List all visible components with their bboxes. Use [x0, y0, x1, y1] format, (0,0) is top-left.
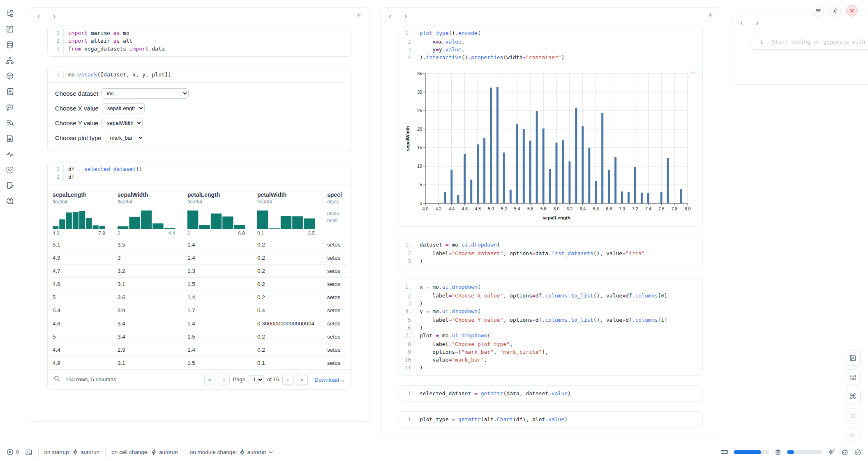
control-dropdown[interactable]: sepalLength	[102, 103, 145, 113]
add-cell-button[interactable]: +	[708, 11, 713, 20]
table-row[interactable]: 4.63.41.40.30000000000000004setos	[50, 317, 349, 330]
fold-chevron-icon[interactable]: ⌄	[409, 32, 411, 36]
errors-indicator[interactable]: 0	[7, 449, 19, 456]
fold-chevron-icon[interactable]: ⌄	[409, 334, 411, 338]
on-startup-setting[interactable]: on startup: autorun	[44, 449, 100, 455]
control-dropdown[interactable]: mark_bar	[105, 133, 144, 143]
table-row[interactable]: 5.43.91.70.4setos	[50, 304, 349, 317]
command-palette-button[interactable]: ⌘	[845, 389, 861, 404]
control-dropdown[interactable]: sepalWidth	[102, 118, 143, 128]
table-cell: 2.9	[115, 343, 185, 356]
search-icon[interactable]	[53, 375, 60, 384]
function-icon[interactable]	[5, 25, 14, 34]
code-editor[interactable]: 1plot_type = getattr(alt.Chart(df), plot…	[399, 412, 702, 427]
layout-panels-button[interactable]	[845, 369, 861, 385]
cell-dataset-dropdown[interactable]: 1⌄dataset = mo.ui.dropdown(2 label="Choo…	[399, 237, 703, 269]
svg-text:35: 35	[417, 71, 422, 76]
code-editor[interactable]: 1selected_dataset = getattr(data, datase…	[399, 386, 702, 401]
code-editor[interactable]: 1df = selected_dataset()2df	[48, 161, 351, 184]
table-column-header[interactable]: petalLengthfloat6416.9	[185, 187, 255, 238]
script-icon[interactable]	[5, 87, 14, 96]
column-expand-right-icon[interactable]: ›	[53, 12, 55, 21]
database-icon[interactable]	[5, 40, 14, 49]
svg-text:0: 0	[420, 201, 422, 206]
cell-plot-type[interactable]: 1plot_type = getattr(alt.Chart(df), plot…	[399, 411, 703, 427]
chart-options-button[interactable]: ⋯	[688, 69, 698, 77]
cell-dataframe[interactable]: 1df = selected_dataset()2df sepalLengthf…	[47, 161, 351, 390]
scratchpad-icon[interactable]	[5, 181, 14, 190]
column-expand-right-icon[interactable]: ›	[756, 18, 758, 27]
table-row[interactable]: 4.42.91.40.2setos	[50, 343, 349, 356]
table-row[interactable]: 4.93.11.50.1setos	[50, 356, 349, 369]
cell-vstack[interactable]: 1mo.vstack([dataset, x, y, plot]) Choose…	[47, 67, 351, 151]
generate-ai-link[interactable]: generate	[823, 39, 849, 45]
cell-imports[interactable]: 1import marimo as mo2import altair as al…	[47, 25, 351, 57]
column-collapse-left-icon[interactable]: ‹	[37, 12, 40, 21]
table-column-header[interactable]: sepalWidthfloat6424.4	[115, 187, 185, 238]
code-editor[interactable]: 1⌄dataset = mo.ui.dropdown(2 label="Choo…	[399, 237, 702, 269]
code-editor[interactable]: 1⌄x = mo.ui.dropdown(2 label="Choose X v…	[399, 279, 702, 375]
code-editor[interactable]: 1import marimo as mo2import altair as al…	[48, 25, 351, 56]
table-cell: 3.1	[115, 278, 185, 290]
code-editor[interactable]: 1⌄plot_type().encode(2 x=x.value,3 y=y.v…	[399, 25, 702, 65]
cell-plot[interactable]: 1⌄plot_type().encode(2 x=x.value,3 y=y.v…	[399, 25, 703, 227]
fold-chevron-icon[interactable]: ⌄	[409, 243, 411, 247]
cell-empty[interactable]: 1 Start coding or generate with AI	[751, 34, 868, 50]
run-button[interactable]	[845, 427, 861, 443]
settings-gear-button[interactable]	[829, 5, 841, 16]
save-button[interactable]	[845, 350, 861, 366]
table-row[interactable]: 4.931.40.2setos	[50, 251, 349, 264]
last-page-button[interactable]: »	[297, 374, 308, 385]
control-dropdown[interactable]: iris	[102, 88, 189, 99]
shutdown-button[interactable]	[846, 5, 858, 16]
table-row[interactable]: 53.61.40.2setos	[50, 290, 349, 304]
connection-status-button[interactable]	[854, 449, 861, 456]
copilot-bot-button[interactable]	[841, 448, 849, 456]
window-controls	[813, 5, 858, 16]
on-module-change-setting[interactable]: on module change: autorun	[190, 449, 273, 455]
search-list-icon[interactable]	[5, 118, 14, 127]
cell-selected-dataset[interactable]: 1selected_dataset = getattr(data, datase…	[399, 385, 703, 401]
table-column-header[interactable]: sepalLengthfloat644.37.9	[50, 187, 115, 238]
download-link[interactable]: Download ⌄	[314, 376, 345, 383]
code-editor[interactable]: 1mo.vstack([dataset, x, y, plot])	[48, 67, 351, 82]
on-cell-change-setting[interactable]: on cell change: autorun	[111, 449, 178, 455]
svg-text:20: 20	[417, 127, 422, 131]
menu-button[interactable]	[813, 5, 824, 16]
code-snippet-icon[interactable]	[5, 165, 14, 174]
first-page-button[interactable]: «	[204, 374, 215, 385]
chat-bot-icon[interactable]	[5, 103, 14, 112]
right-column-header: ‹ ›	[732, 14, 868, 32]
bolt-icon	[73, 449, 78, 455]
table-column-header[interactable]: speciobjecuniqunulls:	[325, 187, 349, 238]
fold-chevron-icon[interactable]: ⌄	[409, 286, 411, 290]
next-page-button[interactable]: ›	[282, 374, 293, 385]
column-collapse-left-icon[interactable]: ‹	[389, 12, 391, 21]
sitemap-icon[interactable]	[5, 56, 14, 65]
code-placeholder[interactable]: Start coding or generate with AI	[767, 38, 868, 46]
ram-icon	[720, 448, 728, 456]
add-cell-button[interactable]: +	[356, 11, 361, 20]
activity-icon[interactable]	[5, 150, 14, 159]
fold-chevron-icon[interactable]: ⌄	[409, 310, 411, 314]
table-row[interactable]: 53.41.50.2setos	[50, 330, 349, 343]
column-expand-right-icon[interactable]: ›	[404, 12, 407, 21]
stop-button[interactable]	[845, 408, 861, 424]
document-icon[interactable]	[5, 134, 14, 143]
file-tree-icon[interactable]	[5, 9, 14, 18]
table-row[interactable]: 5.13.51.40.2setos	[50, 238, 349, 251]
page-select[interactable]: 1	[249, 375, 264, 384]
ai-sparkles-button[interactable]	[828, 448, 836, 456]
prev-page-button[interactable]: ‹	[219, 374, 230, 385]
svg-text:5.2: 5.2	[501, 206, 507, 211]
table-row[interactable]: 4.63.11.50.2setos	[50, 277, 349, 290]
table-row[interactable]: 4.73.21.30.2setos	[50, 264, 349, 277]
table-column-header[interactable]: petalWidthfloat640.12.5	[255, 187, 325, 238]
table-cell: 0.2	[255, 330, 325, 343]
help-icon[interactable]	[5, 196, 14, 205]
terminal-button[interactable]	[25, 449, 32, 456]
package-icon[interactable]	[5, 71, 14, 81]
column-collapse-left-icon[interactable]: ‹	[740, 18, 743, 27]
cell-xy-dropdowns[interactable]: 1⌄x = mo.ui.dropdown(2 label="Choose X v…	[399, 279, 703, 376]
control-row: Choose plot typemark_bar	[55, 133, 344, 143]
